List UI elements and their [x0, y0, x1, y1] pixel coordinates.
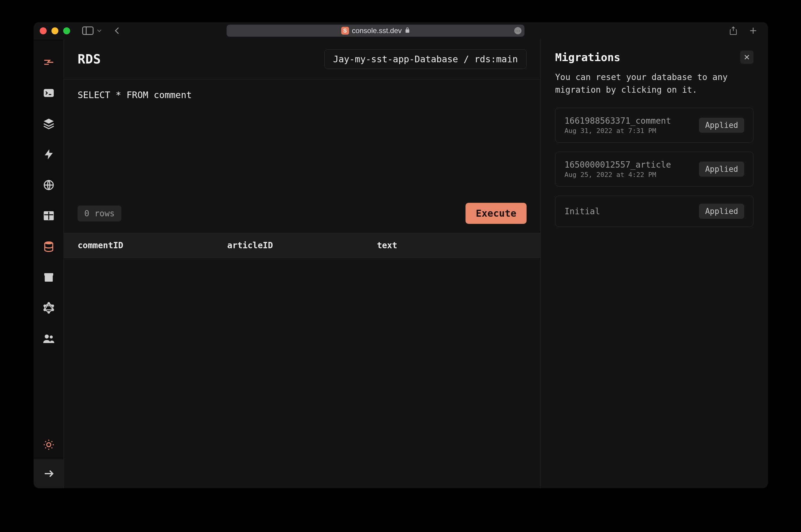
main-header: RDS Jay-my-sst-app-Database / rds:main: [64, 39, 540, 79]
site-favicon: S: [341, 27, 349, 35]
migrations-description: You can reset your database to any migra…: [555, 71, 754, 96]
migration-status-badge: Applied: [699, 204, 744, 219]
main-content: RDS Jay-my-sst-app-Database / rds:main S…: [64, 39, 540, 488]
table-header-cell: articleID: [227, 241, 377, 250]
migration-item[interactable]: 1650000012557_article Aug 25, 2022 at 4:…: [555, 152, 754, 187]
sidebar-item-api[interactable]: [34, 170, 63, 201]
migration-item[interactable]: Initial Applied: [555, 195, 754, 227]
sidebar-item-local[interactable]: [34, 78, 63, 108]
migration-status-badge: Applied: [699, 118, 744, 133]
sidebar-item-graphql[interactable]: [34, 292, 63, 323]
row-count-badge: 0 rows: [78, 206, 121, 222]
svg-point-13: [52, 309, 54, 311]
window-controls: [40, 27, 70, 34]
migration-status-badge: Applied: [699, 162, 744, 177]
share-icon[interactable]: [728, 26, 739, 35]
migrations-panel: Migrations You can reset your database t…: [540, 39, 768, 488]
back-button[interactable]: [112, 26, 123, 35]
sidebar-theme-toggle[interactable]: [34, 430, 63, 459]
svg-point-18: [50, 336, 53, 339]
url-text: console.sst.dev: [352, 26, 402, 35]
migration-name: 1661988563371_comment: [565, 116, 671, 126]
svg-rect-0: [83, 27, 93, 34]
svg-point-12: [52, 305, 54, 307]
svg-point-8: [44, 241, 53, 244]
svg-point-17: [44, 335, 49, 339]
close-panel-button[interactable]: [740, 51, 754, 64]
new-tab-icon[interactable]: [747, 26, 759, 35]
table-header-cell: commentID: [78, 241, 227, 250]
migration-name: 1650000012557_article: [565, 160, 671, 170]
app: RDS Jay-my-sst-app-Database / rds:main S…: [34, 39, 768, 488]
query-footer: 0 rows Execute: [64, 200, 540, 233]
query-editor[interactable]: SELECT * FROM comment: [64, 79, 540, 200]
svg-point-15: [44, 309, 45, 311]
browser-window: S console.sst.dev ⋯: [34, 22, 768, 488]
table-header-cell: text: [377, 241, 527, 250]
sidebar-item-stacks[interactable]: [34, 108, 63, 139]
svg-point-16: [44, 305, 45, 307]
sidebar-collapse[interactable]: [34, 459, 63, 488]
table-header-row: commentID articleID text: [64, 233, 540, 258]
sidebar-item-functions[interactable]: [34, 139, 63, 170]
svg-rect-9: [44, 275, 53, 282]
svg-point-11: [48, 302, 50, 304]
sidebar-item-tables[interactable]: [34, 201, 63, 231]
minimize-window[interactable]: [52, 27, 58, 34]
migrations-title: Migrations: [555, 51, 621, 63]
svg-rect-2: [44, 89, 54, 97]
sidebar-item-auth[interactable]: [34, 323, 63, 354]
maximize-window[interactable]: [63, 27, 70, 34]
migration-date: Aug 31, 2022 at 7:31 PM: [565, 127, 671, 134]
lock-icon: [405, 26, 410, 35]
migration-name: Initial: [565, 206, 600, 216]
results-table: commentID articleID text: [64, 233, 540, 488]
svg-point-14: [48, 311, 50, 313]
sidebar-toggle-icon[interactable]: [82, 26, 94, 35]
sidebar-nav: [34, 39, 64, 488]
sidebar-item-buckets[interactable]: [34, 262, 63, 292]
migrations-list: 1661988563371_comment Aug 31, 2022 at 7:…: [555, 108, 754, 227]
address-bar[interactable]: S console.sst.dev ⋯: [227, 25, 525, 37]
sidebar-item-logo[interactable]: [34, 47, 63, 78]
svg-rect-10: [44, 273, 53, 276]
svg-point-19: [46, 443, 51, 446]
titlebar: S console.sst.dev ⋯: [34, 22, 768, 39]
migration-date: Aug 25, 2022 at 4:22 PM: [565, 171, 671, 178]
close-window[interactable]: [40, 27, 46, 34]
page-title: RDS: [78, 52, 101, 66]
query-text: SELECT * FROM comment: [78, 90, 527, 194]
execute-button[interactable]: Execute: [465, 203, 527, 224]
tab-dropdown-icon[interactable]: [97, 28, 102, 33]
reader-mode-icon[interactable]: ⋯: [514, 27, 521, 34]
migration-item[interactable]: 1661988563371_comment Aug 31, 2022 at 7:…: [555, 108, 754, 142]
sidebar-item-rds[interactable]: [34, 231, 63, 262]
database-selector[interactable]: Jay-my-sst-app-Database / rds:main: [324, 49, 527, 69]
